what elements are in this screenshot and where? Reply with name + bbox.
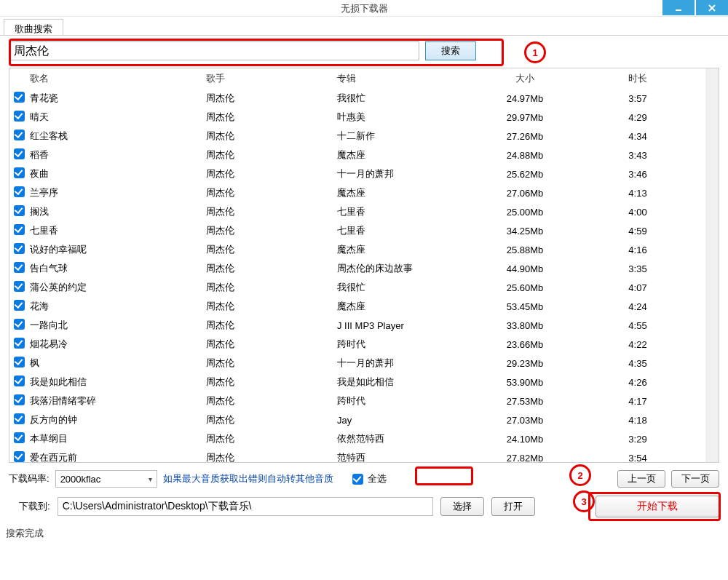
table-row[interactable]: 蒲公英的约定周杰伦我很忙25.60Mb4:07	[9, 278, 719, 297]
cell-artist: 周杰伦	[206, 376, 337, 389]
cell-duration: 4:59	[583, 226, 692, 237]
row-checkbox[interactable]	[14, 205, 25, 216]
cell-size: 25.62Mb	[467, 169, 583, 180]
cell-duration: 4:55	[583, 320, 692, 331]
row-checkbox[interactable]	[14, 130, 25, 140]
cell-album: 魔杰座	[337, 148, 467, 162]
row-checkbox[interactable]	[14, 281, 25, 292]
table-row[interactable]: 我是如此相信周杰伦我是如此相信53.90Mb4:26	[9, 373, 719, 392]
table-row[interactable]: 青花瓷周杰伦我很忙24.97Mb3:57	[9, 89, 719, 108]
minimize-button[interactable]	[662, 0, 695, 15]
column-name[interactable]: 歌名	[30, 72, 206, 85]
cell-artist: 周杰伦	[206, 357, 337, 370]
cell-album: 魔杰座	[337, 243, 467, 256]
search-button[interactable]: 搜索	[425, 41, 476, 60]
row-checkbox[interactable]	[14, 224, 25, 235]
table-row[interactable]: 枫周杰伦十一月的萧邦29.23Mb4:35	[9, 354, 719, 373]
row-checkbox[interactable]	[14, 167, 25, 178]
start-download-button[interactable]: 开始下载	[596, 496, 719, 517]
table-row[interactable]: 我落泪情绪零碎周杰伦跨时代27.53Mb4:17	[9, 392, 719, 410]
row-checkbox[interactable]	[14, 243, 25, 254]
row-checkbox[interactable]	[14, 451, 25, 462]
cell-album: Jay	[337, 415, 467, 426]
download-path-input[interactable]	[58, 497, 433, 516]
cell-size: 24.88Mb	[467, 150, 583, 161]
cell-duration: 3:57	[583, 93, 692, 104]
cell-duration: 3:54	[583, 453, 692, 463]
table-row[interactable]: 搁浅周杰伦七里香25.00Mb4:00	[9, 202, 719, 221]
cell-artist: 周杰伦	[206, 281, 337, 294]
tab-song-search[interactable]: 歌曲搜索	[4, 19, 63, 35]
column-artist[interactable]: 歌手	[206, 72, 337, 85]
cell-duration: 3:46	[583, 169, 692, 180]
table-row[interactable]: 本草纲目周杰伦依然范特西24.10Mb3:29	[9, 429, 719, 448]
table-row[interactable]: 告白气球周杰伦周杰伦的床边故事44.90Mb3:35	[9, 259, 719, 278]
row-checkbox[interactable]	[14, 92, 25, 103]
column-duration[interactable]: 时长	[583, 72, 692, 85]
cell-album: 七里香	[337, 205, 467, 218]
cell-name: 本草纲目	[30, 432, 206, 445]
row-checkbox[interactable]	[14, 357, 25, 368]
cell-duration: 4:24	[583, 301, 692, 312]
cell-artist: 周杰伦	[206, 413, 337, 426]
open-path-button[interactable]: 打开	[491, 497, 535, 516]
scrollbar-vertical[interactable]	[705, 68, 719, 462]
select-all-checkbox[interactable]	[352, 474, 363, 485]
cell-artist: 周杰伦	[206, 432, 337, 445]
table-row[interactable]: 反方向的钟周杰伦Jay27.03Mb4:18	[9, 410, 719, 429]
row-checkbox[interactable]	[14, 300, 25, 311]
row-checkbox[interactable]	[14, 186, 25, 197]
cell-size: 27.82Mb	[467, 453, 583, 463]
cell-album: 七里香	[337, 224, 467, 237]
table-row[interactable]: 烟花易冷周杰伦跨时代23.66Mb4:22	[9, 335, 719, 354]
table-row[interactable]: 红尘客栈周杰伦十二新作27.26Mb4:34	[9, 127, 719, 146]
cell-album: 十一月的萧邦	[337, 357, 467, 370]
row-checkbox[interactable]	[14, 148, 25, 159]
next-page-button[interactable]: 下一页	[671, 470, 719, 488]
cell-album: 依然范特西	[337, 432, 467, 445]
cell-size: 23.66Mb	[467, 339, 583, 350]
cell-name: 搁浅	[30, 205, 206, 218]
fallback-info: 如果最大音质获取出错则自动转其他音质	[163, 472, 333, 485]
cell-duration: 4:22	[583, 339, 692, 350]
prev-page-button[interactable]: 上一页	[617, 470, 665, 488]
table-row[interactable]: 夜曲周杰伦十一月的萧邦25.62Mb3:46	[9, 164, 719, 183]
row-checkbox[interactable]	[14, 338, 25, 349]
cell-size: 33.80Mb	[467, 320, 583, 331]
cell-artist: 周杰伦	[206, 148, 337, 162]
column-album[interactable]: 专辑	[337, 72, 467, 85]
cell-artist: 周杰伦	[206, 186, 337, 199]
row-checkbox[interactable]	[14, 394, 25, 405]
cell-duration: 3:29	[583, 434, 692, 445]
bitrate-label: 下载码率:	[9, 472, 50, 485]
cell-size: 53.90Mb	[467, 377, 583, 388]
search-input[interactable]	[9, 41, 419, 60]
table-row[interactable]: 说好的幸福呢周杰伦魔杰座25.88Mb4:16	[9, 240, 719, 259]
cell-name: 我落泪情绪零碎	[30, 394, 206, 408]
cell-size: 29.23Mb	[467, 358, 583, 369]
table-row[interactable]: 花海周杰伦魔杰座53.45Mb4:24	[9, 297, 719, 316]
close-button[interactable]	[696, 0, 728, 15]
table-header: 歌名 歌手 专辑 大小 时长	[9, 68, 719, 89]
cell-duration: 4:17	[583, 396, 692, 407]
column-size[interactable]: 大小	[467, 72, 583, 85]
row-checkbox[interactable]	[14, 262, 25, 273]
row-checkbox[interactable]	[14, 319, 25, 330]
row-checkbox[interactable]	[14, 413, 25, 424]
table-row[interactable]: 稻香周杰伦魔杰座24.88Mb3:43	[9, 146, 719, 164]
cell-name: 说好的幸福呢	[30, 243, 206, 256]
table-row[interactable]: 晴天周杰伦叶惠美29.97Mb4:29	[9, 108, 719, 127]
table-row[interactable]: 兰亭序周杰伦魔杰座27.06Mb4:13	[9, 183, 719, 202]
row-checkbox[interactable]	[14, 111, 25, 122]
cell-album: J III MP3 Player	[337, 320, 467, 331]
cell-duration: 4:00	[583, 207, 692, 218]
choose-path-button[interactable]: 选择	[440, 497, 484, 516]
cell-size: 27.06Mb	[467, 188, 583, 199]
table-row[interactable]: 一路向北周杰伦J III MP3 Player33.80Mb4:55	[9, 316, 719, 335]
row-checkbox[interactable]	[14, 432, 25, 443]
bitrate-select[interactable]: 2000kflac ▾	[55, 470, 157, 488]
table-row[interactable]: 七里香周杰伦七里香34.25Mb4:59	[9, 221, 719, 240]
row-checkbox[interactable]	[14, 376, 25, 386]
table-row[interactable]: 爱在西元前周杰伦范特西27.82Mb3:54	[9, 448, 719, 462]
cell-artist: 周杰伦	[206, 394, 337, 408]
